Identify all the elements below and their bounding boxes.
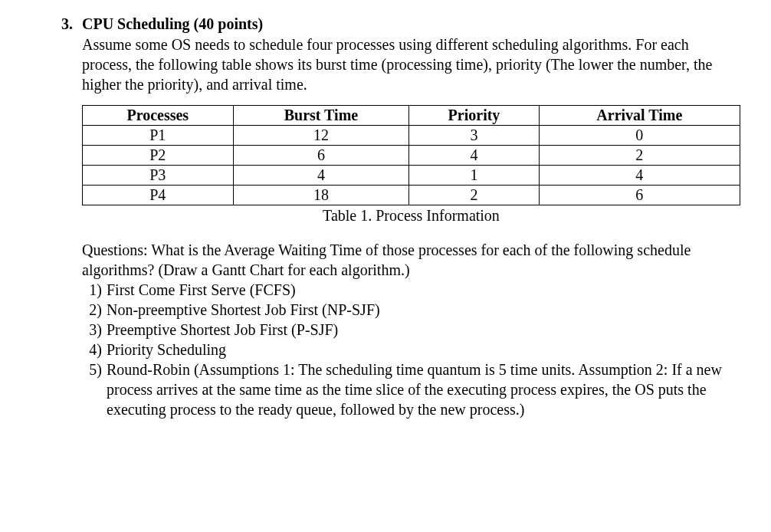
question-number: 3. — [61, 15, 73, 419]
cell-arrival: 6 — [539, 186, 740, 205]
question-points: (40 points) — [194, 15, 264, 32]
list-item: First Come First Serve (FCFS) — [103, 280, 740, 300]
question-intro: Assume some OS needs to schedule four pr… — [82, 34, 740, 94]
question-header: CPU Scheduling (40 points) — [82, 15, 740, 33]
cell-process: P1 — [83, 126, 234, 146]
col-priority: Priority — [409, 106, 539, 126]
question-body: CPU Scheduling (40 points) Assume some O… — [82, 15, 740, 419]
cell-process: P3 — [83, 166, 234, 186]
table-caption: Table 1. Process Information — [82, 207, 740, 225]
cell-arrival: 4 — [539, 166, 740, 186]
table-row: P1 12 3 0 — [83, 126, 740, 146]
table-header-row: Processes Burst Time Priority Arrival Ti… — [83, 106, 740, 126]
cell-burst: 12 — [233, 126, 409, 146]
cell-priority: 2 — [409, 186, 539, 205]
list-item: Priority Scheduling — [103, 340, 740, 360]
cell-burst: 6 — [233, 146, 409, 166]
cell-priority: 4 — [409, 146, 539, 166]
cell-burst: 4 — [233, 166, 409, 186]
col-burst-time: Burst Time — [233, 106, 409, 126]
question-block: 3. CPU Scheduling (40 points) Assume som… — [61, 15, 740, 419]
cell-arrival: 0 — [539, 126, 740, 146]
list-item: Round-Robin (Assumptions 1: The scheduli… — [103, 360, 740, 419]
list-item: Preemptive Shortest Job First (P-SJF) — [103, 320, 740, 340]
cell-priority: 1 — [409, 166, 539, 186]
col-arrival-time: Arrival Time — [539, 106, 740, 126]
col-processes: Processes — [83, 106, 234, 126]
cell-priority: 3 — [409, 126, 539, 146]
table-row: P4 18 2 6 — [83, 186, 740, 205]
table-row: P3 4 1 4 — [83, 166, 740, 186]
cell-burst: 18 — [233, 186, 409, 205]
cell-process: P2 — [83, 146, 234, 166]
subquestions-intro: Questions: What is the Average Waiting T… — [82, 240, 740, 280]
table-row: P2 6 4 2 — [83, 146, 740, 166]
cell-arrival: 2 — [539, 146, 740, 166]
list-item: Non-preemptive Shortest Job First (NP-SJ… — [103, 300, 740, 320]
question-title: CPU Scheduling — [82, 15, 190, 32]
process-table: Processes Burst Time Priority Arrival Ti… — [82, 105, 740, 205]
cell-process: P4 — [83, 186, 234, 205]
algorithm-list: First Come First Serve (FCFS) Non-preemp… — [82, 280, 740, 419]
